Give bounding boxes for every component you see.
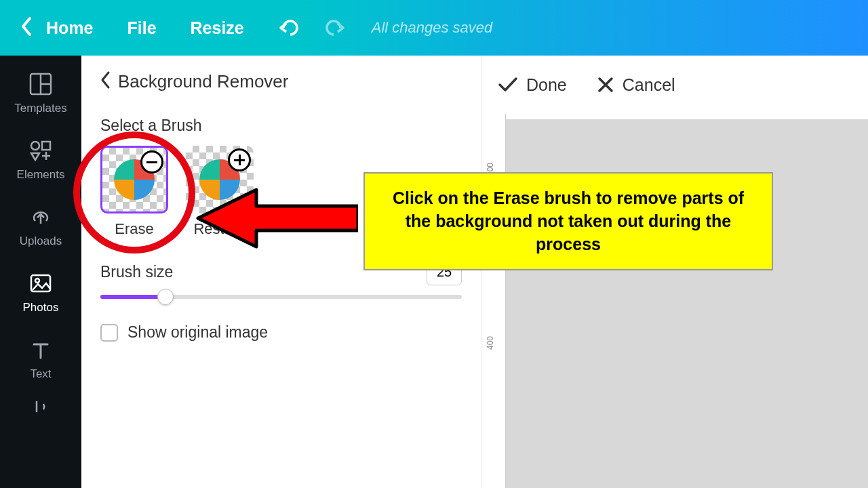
- cancel-button[interactable]: Cancel: [597, 75, 675, 95]
- minus-badge-icon: [140, 150, 163, 174]
- annotation-callout: Click on the Erase brush to remove parts…: [363, 172, 773, 270]
- sidebar-item-text[interactable]: Text: [28, 338, 53, 381]
- restore-label: Restore: [193, 220, 245, 238]
- cancel-label: Cancel: [623, 75, 675, 95]
- sidebar-label-elements: Elements: [17, 168, 65, 182]
- canvas-area: Done Cancel 200 300 400: [481, 56, 868, 488]
- done-button[interactable]: Done: [498, 75, 567, 95]
- brush-size-label: Brush size: [100, 263, 173, 281]
- slider-thumb[interactable]: [157, 289, 174, 305]
- slider-fill: [100, 295, 165, 299]
- show-original-checkbox[interactable]: [100, 324, 118, 342]
- page-edge: [506, 114, 868, 119]
- sidebar-label-photos: Photos: [23, 301, 59, 314]
- redo-button[interactable]: [321, 18, 346, 37]
- svg-rect-4: [42, 142, 50, 150]
- panel-back-icon[interactable]: [100, 70, 111, 92]
- resize-menu[interactable]: Resize: [191, 18, 244, 38]
- left-sidebar: Templates Elements Uploads Photos Text: [0, 56, 81, 488]
- sidebar-item-uploads[interactable]: Uploads: [20, 205, 62, 248]
- svg-point-3: [31, 142, 39, 150]
- show-original-label: Show original image: [127, 323, 268, 342]
- panel-title: Background Remover: [118, 71, 288, 92]
- file-menu[interactable]: File: [127, 18, 156, 38]
- side-panel: Background Remover Select a Brush Erase …: [81, 56, 481, 488]
- back-icon[interactable]: [20, 16, 34, 40]
- sidebar-item-audio[interactable]: [28, 400, 53, 413]
- brush-size-slider[interactable]: [100, 295, 462, 299]
- sidebar-label-templates: Templates: [14, 102, 66, 115]
- sidebar-item-templates[interactable]: Templates: [14, 72, 66, 115]
- home-button[interactable]: Home: [46, 18, 93, 38]
- done-label: Done: [526, 75, 567, 95]
- sidebar-label-text: Text: [30, 367, 51, 381]
- undo-button[interactable]: [278, 18, 302, 37]
- plus-badge-icon: [228, 148, 251, 171]
- brush-option-restore[interactable]: Restore: [186, 146, 254, 238]
- select-brush-label: Select a Brush: [100, 117, 462, 135]
- sidebar-item-elements[interactable]: Elements: [17, 138, 65, 182]
- erase-label: Erase: [115, 220, 153, 238]
- brush-option-erase[interactable]: Erase: [100, 146, 168, 238]
- vertical-ruler: 200 300 400: [481, 114, 506, 488]
- svg-point-6: [35, 279, 39, 283]
- top-toolbar: Home File Resize All changes saved: [0, 0, 868, 56]
- sidebar-item-photos[interactable]: Photos: [23, 271, 59, 314]
- canvas[interactable]: 200 300 400: [481, 114, 868, 488]
- restore-brush-tile: [186, 146, 254, 214]
- save-status: All changes saved: [372, 19, 493, 37]
- sidebar-label-uploads: Uploads: [20, 235, 62, 248]
- erase-brush-tile: [100, 146, 168, 214]
